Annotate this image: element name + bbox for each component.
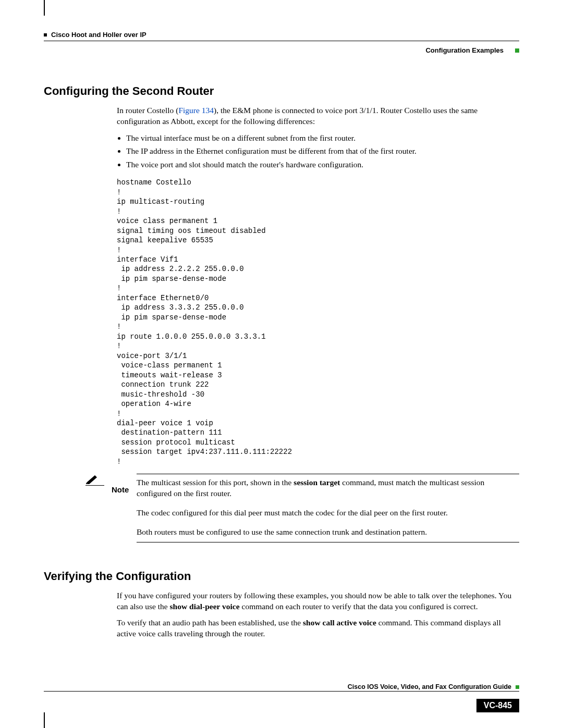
heading-verifying-configuration: Verifying the Configuration bbox=[44, 570, 519, 583]
note-pencil-icon bbox=[85, 474, 112, 486]
bold-show-call-active-voice: show call active voice bbox=[303, 618, 376, 627]
header-rule bbox=[44, 41, 519, 41]
note-paragraph-2: The codec configured for this dial peer … bbox=[137, 508, 519, 519]
note-rule-top bbox=[137, 474, 519, 474]
footer-accent-icon bbox=[516, 685, 519, 689]
config-code-block: hostname Costello ! ip multicast-routing… bbox=[117, 178, 519, 466]
crop-mark bbox=[44, 0, 45, 16]
note-label: Note bbox=[112, 474, 137, 494]
verify-paragraph-1: If you have configured your routers by f… bbox=[117, 590, 519, 612]
page-footer: Cisco IOS Voice, Video, and Fax Configur… bbox=[44, 682, 519, 712]
bold-session-target: session target bbox=[293, 478, 340, 487]
intro-before: In router Costello ( bbox=[117, 106, 178, 115]
page-number: VC-845 bbox=[476, 699, 519, 712]
verify-paragraph-2: To verify that an audio path has been es… bbox=[117, 618, 519, 639]
section-title: Configuration Examples bbox=[44, 46, 519, 54]
chapter-title-text: Cisco Hoot and Holler over IP bbox=[51, 31, 146, 39]
header-accent-icon bbox=[515, 48, 519, 53]
intro-paragraph: In router Costello (Figure 134), the E&M… bbox=[117, 105, 519, 127]
diff-bullet-list: The virtual interface must be on a diffe… bbox=[117, 132, 519, 170]
page-header: Cisco Hoot and Holler over IP bbox=[44, 18, 519, 39]
footer-rule bbox=[44, 691, 519, 692]
crop-mark bbox=[44, 712, 45, 728]
footer-guide-title: Cisco IOS Voice, Video, and Fax Configur… bbox=[348, 683, 511, 690]
section-title-text: Configuration Examples bbox=[425, 46, 504, 54]
note-paragraph-3: Both routers must be configured to use t… bbox=[137, 527, 519, 538]
bullet-item: The virtual interface must be on a diffe… bbox=[126, 132, 519, 144]
bullet-item: The IP address in the Ethernet configura… bbox=[126, 145, 519, 157]
note-block: Note The multicast session for this port… bbox=[85, 474, 519, 546]
bullet-item: The voice port and slot should match the… bbox=[126, 159, 519, 170]
note-rule-bottom bbox=[137, 542, 519, 542]
header-bullet-icon bbox=[44, 33, 47, 36]
heading-configuring-second-router: Configuring the Second Router bbox=[44, 84, 519, 98]
bold-show-dial-peer-voice: show dial-peer voice bbox=[170, 602, 240, 611]
note-paragraph-1: The multicast session for this port, sho… bbox=[137, 477, 519, 499]
chapter-title: Cisco Hoot and Holler over IP bbox=[44, 31, 146, 39]
figure-link[interactable]: Figure 134 bbox=[178, 106, 214, 115]
